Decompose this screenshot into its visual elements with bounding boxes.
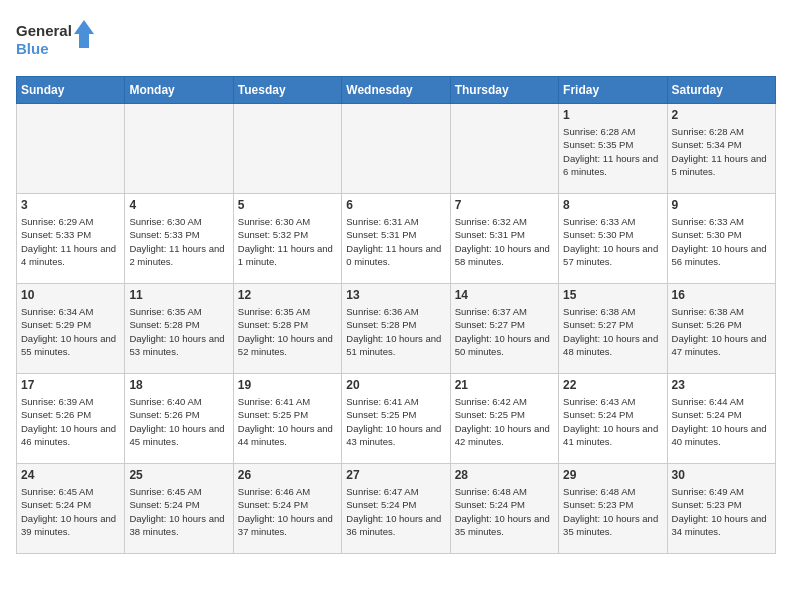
day-info: Sunrise: 6:35 AM Sunset: 5:28 PM Dayligh… xyxy=(129,305,228,358)
day-number: 16 xyxy=(672,288,771,302)
day-info: Sunrise: 6:30 AM Sunset: 5:33 PM Dayligh… xyxy=(129,215,228,268)
day-info: Sunrise: 6:28 AM Sunset: 5:35 PM Dayligh… xyxy=(563,125,662,178)
day-number: 25 xyxy=(129,468,228,482)
calendar-cell: 2Sunrise: 6:28 AM Sunset: 5:34 PM Daylig… xyxy=(667,104,775,194)
day-number: 17 xyxy=(21,378,120,392)
day-number: 13 xyxy=(346,288,445,302)
day-number: 2 xyxy=(672,108,771,122)
day-info: Sunrise: 6:33 AM Sunset: 5:30 PM Dayligh… xyxy=(672,215,771,268)
calendar-cell xyxy=(450,104,558,194)
calendar-cell: 11Sunrise: 6:35 AM Sunset: 5:28 PM Dayli… xyxy=(125,284,233,374)
day-number: 1 xyxy=(563,108,662,122)
calendar-cell: 18Sunrise: 6:40 AM Sunset: 5:26 PM Dayli… xyxy=(125,374,233,464)
day-info: Sunrise: 6:39 AM Sunset: 5:26 PM Dayligh… xyxy=(21,395,120,448)
weekday-header-sunday: Sunday xyxy=(17,77,125,104)
calendar-cell xyxy=(125,104,233,194)
calendar-cell: 23Sunrise: 6:44 AM Sunset: 5:24 PM Dayli… xyxy=(667,374,775,464)
day-info: Sunrise: 6:43 AM Sunset: 5:24 PM Dayligh… xyxy=(563,395,662,448)
calendar-cell xyxy=(342,104,450,194)
day-number: 7 xyxy=(455,198,554,212)
day-number: 3 xyxy=(21,198,120,212)
calendar-cell: 29Sunrise: 6:48 AM Sunset: 5:23 PM Dayli… xyxy=(559,464,667,554)
day-number: 10 xyxy=(21,288,120,302)
day-number: 4 xyxy=(129,198,228,212)
calendar-cell xyxy=(233,104,341,194)
calendar-cell: 25Sunrise: 6:45 AM Sunset: 5:24 PM Dayli… xyxy=(125,464,233,554)
weekday-header-monday: Monday xyxy=(125,77,233,104)
weekday-header-saturday: Saturday xyxy=(667,77,775,104)
day-info: Sunrise: 6:48 AM Sunset: 5:24 PM Dayligh… xyxy=(455,485,554,538)
day-info: Sunrise: 6:47 AM Sunset: 5:24 PM Dayligh… xyxy=(346,485,445,538)
day-number: 5 xyxy=(238,198,337,212)
calendar-cell: 14Sunrise: 6:37 AM Sunset: 5:27 PM Dayli… xyxy=(450,284,558,374)
calendar-table: SundayMondayTuesdayWednesdayThursdayFrid… xyxy=(16,76,776,554)
calendar-cell: 26Sunrise: 6:46 AM Sunset: 5:24 PM Dayli… xyxy=(233,464,341,554)
weekday-header-tuesday: Tuesday xyxy=(233,77,341,104)
day-number: 18 xyxy=(129,378,228,392)
day-info: Sunrise: 6:29 AM Sunset: 5:33 PM Dayligh… xyxy=(21,215,120,268)
day-info: Sunrise: 6:40 AM Sunset: 5:26 PM Dayligh… xyxy=(129,395,228,448)
calendar-cell: 17Sunrise: 6:39 AM Sunset: 5:26 PM Dayli… xyxy=(17,374,125,464)
calendar-cell: 16Sunrise: 6:38 AM Sunset: 5:26 PM Dayli… xyxy=(667,284,775,374)
day-number: 27 xyxy=(346,468,445,482)
day-number: 15 xyxy=(563,288,662,302)
day-info: Sunrise: 6:41 AM Sunset: 5:25 PM Dayligh… xyxy=(238,395,337,448)
day-number: 19 xyxy=(238,378,337,392)
day-info: Sunrise: 6:32 AM Sunset: 5:31 PM Dayligh… xyxy=(455,215,554,268)
day-number: 26 xyxy=(238,468,337,482)
calendar-cell: 12Sunrise: 6:35 AM Sunset: 5:28 PM Dayli… xyxy=(233,284,341,374)
svg-text:Blue: Blue xyxy=(16,40,49,57)
calendar-cell: 5Sunrise: 6:30 AM Sunset: 5:32 PM Daylig… xyxy=(233,194,341,284)
day-number: 14 xyxy=(455,288,554,302)
day-number: 24 xyxy=(21,468,120,482)
svg-marker-2 xyxy=(74,20,94,48)
day-number: 12 xyxy=(238,288,337,302)
calendar-cell: 28Sunrise: 6:48 AM Sunset: 5:24 PM Dayli… xyxy=(450,464,558,554)
calendar-cell: 9Sunrise: 6:33 AM Sunset: 5:30 PM Daylig… xyxy=(667,194,775,284)
day-info: Sunrise: 6:36 AM Sunset: 5:28 PM Dayligh… xyxy=(346,305,445,358)
day-number: 28 xyxy=(455,468,554,482)
day-info: Sunrise: 6:49 AM Sunset: 5:23 PM Dayligh… xyxy=(672,485,771,538)
weekday-header-friday: Friday xyxy=(559,77,667,104)
calendar-cell: 30Sunrise: 6:49 AM Sunset: 5:23 PM Dayli… xyxy=(667,464,775,554)
calendar-cell: 6Sunrise: 6:31 AM Sunset: 5:31 PM Daylig… xyxy=(342,194,450,284)
day-number: 30 xyxy=(672,468,771,482)
day-number: 9 xyxy=(672,198,771,212)
day-number: 23 xyxy=(672,378,771,392)
weekday-header-thursday: Thursday xyxy=(450,77,558,104)
weekday-header-wednesday: Wednesday xyxy=(342,77,450,104)
day-number: 8 xyxy=(563,198,662,212)
logo: General Blue xyxy=(16,16,96,64)
day-info: Sunrise: 6:34 AM Sunset: 5:29 PM Dayligh… xyxy=(21,305,120,358)
day-info: Sunrise: 6:35 AM Sunset: 5:28 PM Dayligh… xyxy=(238,305,337,358)
day-number: 21 xyxy=(455,378,554,392)
calendar-cell xyxy=(17,104,125,194)
calendar-cell: 8Sunrise: 6:33 AM Sunset: 5:30 PM Daylig… xyxy=(559,194,667,284)
calendar-cell: 13Sunrise: 6:36 AM Sunset: 5:28 PM Dayli… xyxy=(342,284,450,374)
day-number: 22 xyxy=(563,378,662,392)
calendar-cell: 3Sunrise: 6:29 AM Sunset: 5:33 PM Daylig… xyxy=(17,194,125,284)
day-info: Sunrise: 6:31 AM Sunset: 5:31 PM Dayligh… xyxy=(346,215,445,268)
calendar-cell: 19Sunrise: 6:41 AM Sunset: 5:25 PM Dayli… xyxy=(233,374,341,464)
day-info: Sunrise: 6:37 AM Sunset: 5:27 PM Dayligh… xyxy=(455,305,554,358)
calendar-cell: 21Sunrise: 6:42 AM Sunset: 5:25 PM Dayli… xyxy=(450,374,558,464)
day-number: 11 xyxy=(129,288,228,302)
day-info: Sunrise: 6:33 AM Sunset: 5:30 PM Dayligh… xyxy=(563,215,662,268)
day-info: Sunrise: 6:44 AM Sunset: 5:24 PM Dayligh… xyxy=(672,395,771,448)
day-number: 29 xyxy=(563,468,662,482)
calendar-cell: 7Sunrise: 6:32 AM Sunset: 5:31 PM Daylig… xyxy=(450,194,558,284)
day-info: Sunrise: 6:28 AM Sunset: 5:34 PM Dayligh… xyxy=(672,125,771,178)
day-info: Sunrise: 6:48 AM Sunset: 5:23 PM Dayligh… xyxy=(563,485,662,538)
calendar-cell: 20Sunrise: 6:41 AM Sunset: 5:25 PM Dayli… xyxy=(342,374,450,464)
calendar-cell: 27Sunrise: 6:47 AM Sunset: 5:24 PM Dayli… xyxy=(342,464,450,554)
day-info: Sunrise: 6:38 AM Sunset: 5:27 PM Dayligh… xyxy=(563,305,662,358)
day-number: 6 xyxy=(346,198,445,212)
logo-svg: General Blue xyxy=(16,16,96,64)
day-info: Sunrise: 6:42 AM Sunset: 5:25 PM Dayligh… xyxy=(455,395,554,448)
calendar-cell: 4Sunrise: 6:30 AM Sunset: 5:33 PM Daylig… xyxy=(125,194,233,284)
day-info: Sunrise: 6:46 AM Sunset: 5:24 PM Dayligh… xyxy=(238,485,337,538)
day-info: Sunrise: 6:41 AM Sunset: 5:25 PM Dayligh… xyxy=(346,395,445,448)
day-info: Sunrise: 6:30 AM Sunset: 5:32 PM Dayligh… xyxy=(238,215,337,268)
page-header: General Blue xyxy=(16,16,776,64)
calendar-cell: 15Sunrise: 6:38 AM Sunset: 5:27 PM Dayli… xyxy=(559,284,667,374)
